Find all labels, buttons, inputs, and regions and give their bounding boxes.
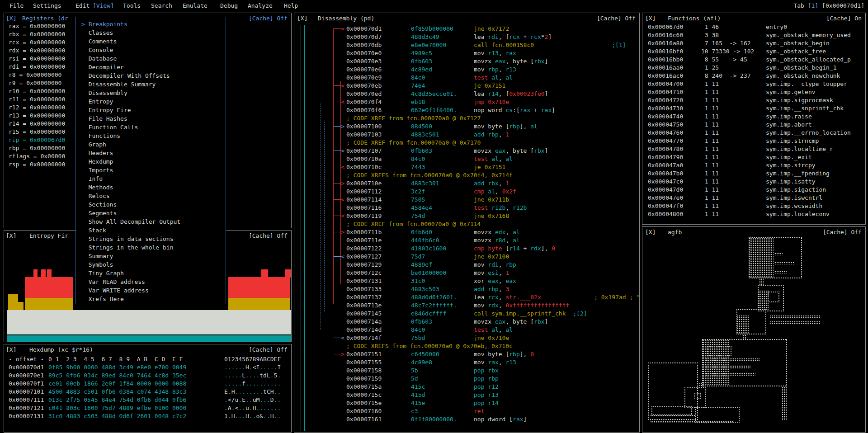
menu-item-debug[interactable]: Debug bbox=[220, 2, 238, 10]
menu-item-edit[interactable]: Edit bbox=[75, 2, 90, 10]
instruction-text: je 0x7151 bbox=[474, 163, 505, 171]
register-r8[interactable]: r8 = 0x00000000 bbox=[9, 71, 61, 79]
instruction-token: al bbox=[513, 229, 520, 235]
entropy-bar-segment bbox=[228, 298, 290, 310]
view-menu-item-function-calls[interactable]: Function Calls bbox=[76, 123, 226, 132]
register-r11[interactable]: r11 = 0x00000000 bbox=[9, 95, 65, 104]
view-menu-item-decompiler-with-offsets[interactable]: Decompiler With Offsets bbox=[76, 71, 226, 80]
view-menu-item-strings-in-the-whole-bin[interactable]: Strings in the whole bin bbox=[76, 243, 226, 252]
entropy-close-button[interactable]: [X] bbox=[6, 232, 16, 240]
hexdump-ascii-char: . bbox=[238, 396, 242, 403]
register-rax[interactable]: rax = 0x00000000 bbox=[9, 22, 65, 30]
register-rip[interactable]: rip = 0x000067d0 bbox=[9, 136, 65, 144]
menu-item-help[interactable]: Help bbox=[284, 2, 298, 10]
agfb-panel: [X] agfb [Cache] Off bbox=[642, 226, 866, 433]
menu-item-tools[interactable]: Tools bbox=[123, 2, 141, 10]
view-menu-item-entropy[interactable]: Entropy bbox=[76, 97, 226, 106]
register-r15[interactable]: r15 = 0x00000000 bbox=[9, 128, 65, 136]
entropy-cache-toggle[interactable]: [Cache] Off bbox=[249, 232, 288, 240]
function-name: sym.imp.sigprocmask bbox=[766, 96, 833, 104]
graph-node-texture bbox=[770, 321, 821, 325]
view-menu-item-imports[interactable]: Imports bbox=[76, 166, 226, 174]
view-menu-item-info[interactable]: Info bbox=[76, 174, 226, 183]
view-menu-item-symbols[interactable]: Symbols bbox=[76, 260, 226, 269]
view-menu-item-console[interactable]: Console bbox=[76, 46, 226, 54]
register-r9[interactable]: r9 = 0x00000000 bbox=[9, 79, 61, 87]
menu-item-file[interactable]: File bbox=[9, 2, 24, 10]
function-name: sym._obstack_begin_1 bbox=[766, 64, 837, 72]
hexdump-ascii: .</u.E..uM...D.. bbox=[224, 396, 281, 404]
view-menu-item-graph[interactable]: Graph bbox=[76, 140, 226, 149]
view-menu-item-functions[interactable]: Functions bbox=[76, 132, 226, 140]
instruction-bytes: 0f1f80000000. bbox=[411, 415, 457, 424]
instruction-token: , bbox=[499, 66, 506, 73]
agfb-close-button[interactable]: [X] bbox=[645, 228, 656, 236]
view-menu-item-relocs[interactable]: Relocs bbox=[76, 192, 226, 200]
registers-cache-toggle[interactable]: [Cache] Off bbox=[249, 14, 288, 23]
register-rdx[interactable]: rdx = 0x00000000 bbox=[9, 47, 65, 55]
view-menu-item-disassemble-summary[interactable]: Disassemble Summary bbox=[76, 80, 226, 89]
view-menu-item-sections[interactable]: Sections bbox=[76, 200, 226, 209]
register-r12[interactable]: r12 = 0x00000000 bbox=[9, 104, 65, 112]
hexdump-ascii-char: . bbox=[245, 388, 249, 395]
view-menu-item-decompiler[interactable]: Decompiler bbox=[76, 63, 226, 71]
view-menu-item-classes[interactable]: Classes bbox=[76, 28, 226, 37]
view-menu-item-summary[interactable]: Summary bbox=[76, 252, 226, 260]
view-menu-item-disassembly[interactable]: Disassembly bbox=[76, 89, 226, 97]
view-menu-item-show-all-decompiler-output[interactable]: Show All Decompiler Output bbox=[76, 217, 226, 226]
instruction-address: 0x00007137 bbox=[346, 293, 382, 301]
instruction-text: jne 0x7100 bbox=[474, 253, 509, 261]
register-rdi[interactable]: rdi = 0x00000000 bbox=[9, 63, 65, 71]
disassembly-close-button[interactable]: [X] bbox=[297, 14, 307, 23]
register-rsi[interactable]: rsi = 0x00000000 bbox=[9, 55, 65, 63]
disassembly-panel: [X] Disassembly (pd) [Cache] Off ──<0x00… bbox=[294, 13, 640, 433]
instruction-bytes: 4883c301 bbox=[411, 179, 439, 188]
menu-item-settings[interactable]: Settings bbox=[33, 2, 61, 10]
hexdump-ascii-char: . bbox=[238, 388, 242, 395]
view-menu-item-xrefs-here[interactable]: Xrefs Here bbox=[76, 295, 226, 303]
view-menu-item-segments[interactable]: Segments bbox=[76, 209, 226, 217]
menu-item-analyze[interactable]: Analyze bbox=[248, 2, 273, 10]
menu-item-search[interactable]: Search bbox=[151, 2, 172, 10]
view-menu-item-var-read-address[interactable]: Var READ address bbox=[76, 278, 226, 286]
view-menu-item-tiny-graph[interactable]: Tiny Graph bbox=[76, 269, 226, 278]
functions-close-button[interactable]: [X] bbox=[645, 14, 656, 23]
view-menu-item-comments[interactable]: Comments bbox=[76, 37, 226, 46]
agfb-cache-toggle[interactable]: [Cache] Off bbox=[823, 228, 862, 236]
instruction-bytes: 4c8d35ecce01. bbox=[411, 90, 457, 98]
functions-cache-toggle[interactable]: [Cache] On bbox=[826, 14, 862, 23]
instruction-address: 0x000070db bbox=[346, 41, 382, 49]
register-rflags[interactable]: rflags = 0x00000 bbox=[9, 152, 65, 160]
view-menu-item-methods[interactable]: Methods bbox=[76, 183, 226, 192]
register-r10[interactable]: r10 = 0x00000000 bbox=[9, 87, 65, 95]
view-menu-item-file-hashes[interactable]: File Hashes bbox=[76, 114, 226, 123]
view-menu-item-breakpoints[interactable]: > Breakpoints bbox=[76, 20, 226, 28]
view-menu-item-strings-in-data-sections[interactable]: Strings in data sections bbox=[76, 235, 226, 243]
view-menu-item-stack[interactable]: Stack bbox=[76, 226, 226, 235]
register-r14[interactable]: r14 = 0x00000000 bbox=[9, 120, 65, 128]
view-menu-item-var-write-address[interactable]: Var WRITE address bbox=[76, 286, 226, 295]
hexdump-ascii: .....L....tdL.5. bbox=[224, 372, 281, 380]
xref-comment-text: ; CODE XREF from fcn.000070a0 @ 0x7127 bbox=[346, 114, 481, 122]
instruction-token: rax bbox=[513, 416, 523, 423]
hexdump-ascii: ......H.<I.....I bbox=[224, 363, 281, 372]
menu-item-view[interactable]: [View] bbox=[93, 2, 114, 10]
view-menu-item-entropy-fire[interactable]: Entropy Fire bbox=[76, 106, 226, 114]
view-menu-item-database[interactable]: Database bbox=[76, 54, 226, 63]
register-r13[interactable]: r13 = 0x00000000 bbox=[9, 112, 65, 120]
register-rcx[interactable]: rcx = 0x00000000 bbox=[9, 38, 65, 47]
hexdump-close-button[interactable]: [X] bbox=[6, 346, 16, 354]
disassembly-cache-toggle[interactable]: [Cache] Off bbox=[597, 14, 636, 23]
view-menu-item-headers[interactable]: Headers bbox=[76, 149, 226, 157]
register-rsp[interactable]: rsp = 0x00000000 bbox=[9, 160, 65, 169]
instruction-token: rcx bbox=[530, 33, 541, 40]
jump-arrow: ──< bbox=[315, 253, 344, 261]
registers-close-button[interactable]: [X] bbox=[6, 14, 16, 23]
menu-item-emulate[interactable]: Emulate bbox=[183, 2, 208, 10]
instruction-token: , bbox=[499, 278, 506, 284]
register-rbx[interactable]: rbx = 0x00000000 bbox=[9, 30, 65, 38]
register-rbp[interactable]: rbp = 0x00000000 bbox=[9, 144, 65, 152]
view-menu-item-hexdump[interactable]: Hexdump bbox=[76, 157, 226, 166]
hexdump-cache-toggle[interactable]: [Cache] Off bbox=[249, 346, 288, 354]
agfb-panel-title: agfb bbox=[668, 228, 682, 236]
